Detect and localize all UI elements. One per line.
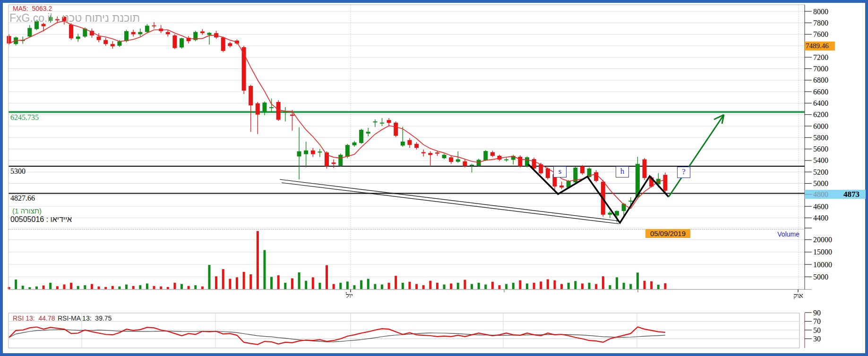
- candle-body: [449, 157, 453, 162]
- axis-tick-label: 5000: [813, 273, 828, 281]
- candle-body: [435, 153, 439, 153]
- volume-bar: [305, 281, 307, 289]
- volume-bar: [125, 285, 128, 289]
- candle-body: [152, 25, 156, 26]
- volume-bar: [118, 287, 120, 289]
- axis-tick-label: 5600: [813, 145, 828, 153]
- candle-body: [518, 157, 522, 166]
- candle-body: [27, 28, 32, 36]
- candle-body: [463, 161, 467, 166]
- candle-body: [228, 43, 232, 46]
- candle-body: [249, 86, 253, 105]
- candle-body: [407, 140, 412, 145]
- candle-body: [380, 123, 384, 124]
- volume-bar: [429, 281, 431, 289]
- axis-tick-label: 7800: [813, 19, 828, 27]
- ma5-indicator-label: MA5: 5063.2: [13, 5, 52, 12]
- volume-bar: [402, 283, 404, 289]
- pattern-box-head[interactable]: h: [616, 166, 629, 178]
- candle-body: [580, 166, 584, 173]
- volume-bar: [333, 284, 335, 289]
- candle-body: [69, 25, 73, 38]
- candle-body: [200, 32, 205, 34]
- candle-body: [97, 36, 101, 40]
- volume-bar: [35, 287, 38, 289]
- volume-bar: [84, 285, 86, 289]
- volume-bar: [547, 280, 549, 289]
- volume-bar: [173, 283, 176, 289]
- candle-body: [297, 151, 301, 156]
- volume-bar: [533, 283, 535, 289]
- axis-tick-label: 7200: [813, 53, 828, 61]
- volume-bar: [478, 283, 480, 289]
- volume-bar: [408, 282, 411, 289]
- candle-body: [532, 159, 536, 169]
- candle-body: [615, 211, 619, 216]
- volume-bar: [291, 278, 293, 289]
- volume-bar: [588, 283, 591, 289]
- volume-bar: [28, 287, 31, 289]
- volume-bar: [263, 250, 266, 289]
- volume-bar: [146, 283, 148, 289]
- axis-tick-label: 6000: [813, 122, 828, 130]
- candles: [7, 16, 668, 223]
- support-level-label: 5300: [10, 167, 26, 176]
- volume-bar: [229, 279, 231, 289]
- axis-tick-label: 7000: [813, 65, 828, 73]
- volume-bar: [560, 284, 563, 289]
- candle-body: [318, 152, 322, 153]
- candle-body: [394, 123, 398, 136]
- volume-bar: [70, 283, 72, 289]
- candle-body: [338, 155, 343, 166]
- axis-tick-label: 15000: [813, 248, 832, 256]
- volume-bar: [484, 285, 487, 289]
- volume-bar: [616, 277, 618, 289]
- candle-body: [76, 36, 80, 39]
- volume-bar: [298, 272, 301, 289]
- volume-bar: [153, 286, 155, 289]
- volume-bar: [43, 286, 45, 289]
- trading-chart-window: 8000780076007400720070006800660064006200…: [0, 0, 868, 356]
- axis-tick-label: 4400: [813, 214, 828, 222]
- candle-body: [359, 130, 363, 143]
- volume-bar: [277, 275, 280, 289]
- volume-bar: [636, 272, 639, 289]
- candle-body: [663, 175, 667, 191]
- volume-bar: [243, 272, 245, 289]
- volume-bar: [457, 283, 459, 289]
- candle-body: [256, 103, 260, 115]
- axis-tick-label: 4600: [813, 203, 828, 211]
- volume-bar: [574, 281, 576, 289]
- volume-bar: [326, 265, 328, 289]
- axis-tick-label: 5400: [813, 156, 828, 164]
- volume-bar: [505, 284, 507, 289]
- volume-bar: [312, 277, 314, 289]
- candle-body: [421, 152, 426, 153]
- rsi-pane: 90705030: [9, 309, 821, 348]
- candle-body: [608, 212, 612, 214]
- volume-bar: [236, 277, 238, 289]
- axis-tick-dash: [805, 194, 812, 195]
- candle-body: [138, 32, 142, 34]
- resistance-price-label: 6245.735: [10, 113, 39, 122]
- volume-bar: [360, 280, 362, 289]
- volume-bar: [167, 287, 169, 289]
- axis-tick-label: 6400: [813, 99, 828, 107]
- volume-bar: [77, 286, 79, 289]
- candle-body: [111, 44, 115, 46]
- volume-bar: [540, 281, 542, 289]
- volume-bar: [553, 280, 556, 289]
- volume-bar: [270, 277, 273, 289]
- volume-bar: [602, 276, 604, 289]
- pattern-box-right-shoulder[interactable]: ?: [677, 167, 690, 178]
- candle-body: [428, 153, 432, 155]
- volume-bar: [471, 284, 473, 289]
- axis-tick-label: 6200: [813, 110, 828, 119]
- instrument-note: איידיאו : 00505016: [10, 215, 72, 224]
- covered-tick-label: 4800: [813, 190, 828, 199]
- candle-body: [117, 42, 121, 46]
- volume-bar: [318, 283, 321, 289]
- volume-bar: [56, 286, 59, 289]
- pattern-box-left-shoulder[interactable]: s: [553, 166, 567, 178]
- chart-canvas[interactable]: 8000780076007400720070006800660064006200…: [0, 0, 868, 356]
